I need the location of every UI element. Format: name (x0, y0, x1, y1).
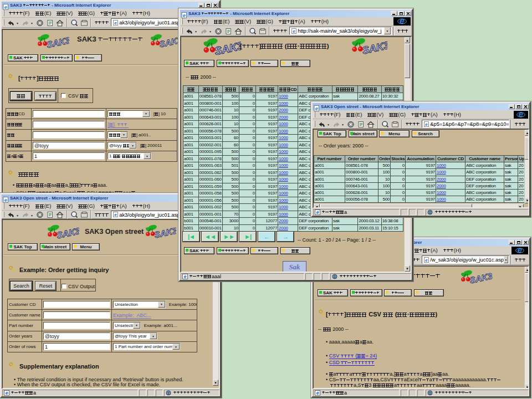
svg-text:SAK3: SAK3 (469, 271, 493, 284)
svg-text:SAK3: SAK3 (154, 226, 176, 238)
svg-text:e: e (293, 29, 296, 34)
svg-text:e: e (400, 17, 405, 25)
svg-text:SAK3: SAK3 (55, 226, 79, 239)
svg-text:e: e (184, 274, 187, 279)
svg-text:e: e (316, 209, 319, 215)
svg-text:SAK3: SAK3 (361, 39, 387, 54)
svg-text:e: e (316, 390, 319, 396)
svg-text:e: e (426, 122, 428, 127)
svg-text:e: e (518, 247, 522, 254)
svg-text:e: e (115, 21, 117, 25)
svg-text:SAK3: SAK3 (158, 35, 181, 48)
svg-text:SAK3: SAK3 (45, 35, 69, 48)
svg-text:e: e (426, 258, 428, 263)
svg-text:SAK3: SAK3 (213, 39, 241, 55)
svg-text:e: e (6, 390, 8, 396)
svg-text:e: e (115, 212, 117, 217)
svg-text:e: e (519, 111, 523, 119)
